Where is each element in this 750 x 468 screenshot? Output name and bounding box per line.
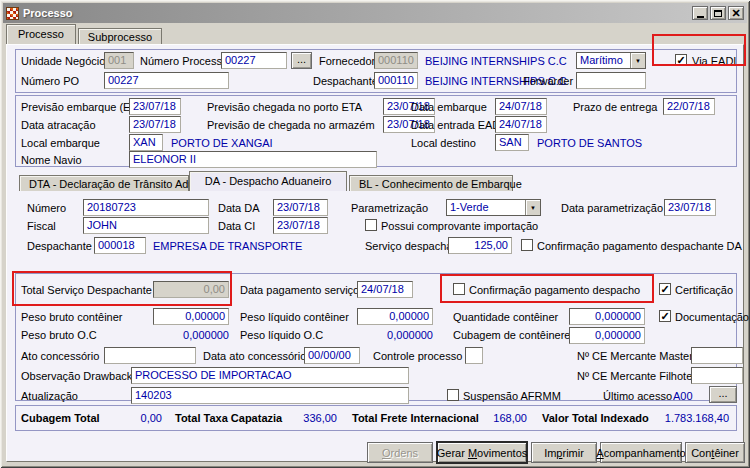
tab-dta[interactable]: DTA - Declaração de Trânsito Aduaneiro bbox=[19, 175, 189, 191]
via-eadi-checkbox[interactable]: ✓ bbox=[675, 54, 687, 66]
check-icon: ✓ bbox=[660, 311, 669, 321]
quantidade-conteiner-input[interactable]: 0,000000 bbox=[569, 308, 645, 325]
ordens-button[interactable]: Ordens bbox=[367, 442, 433, 463]
previsao-chegada-porto-label: Previsão chegada no porto ETA bbox=[207, 101, 362, 113]
data-embarque-input[interactable]: 24/07/18 bbox=[495, 98, 547, 115]
data-ci-input[interactable]: 23/07/18 bbox=[273, 217, 328, 234]
data-atracacao-input[interactable]: 23/07/18 bbox=[129, 116, 181, 133]
confirmacao-despacho-checkbox[interactable] bbox=[453, 283, 465, 295]
peso-liquido-conteiner-input[interactable]: 0,00000 bbox=[357, 308, 433, 325]
document-tab-strip: DTA - Declaração de Trânsito Aduaneiro D… bbox=[17, 171, 513, 191]
local-embarque-label: Local embarque bbox=[21, 137, 100, 149]
fiscal-label: Fiscal bbox=[27, 220, 56, 232]
close-button[interactable]: ✕ bbox=[728, 6, 744, 20]
obs-drawback-input[interactable]: PROCESSO DE IMPORTACAO bbox=[131, 367, 409, 384]
confirmacao-despachante-da-checkbox[interactable] bbox=[521, 239, 533, 251]
chevron-down-icon[interactable]: ▼ bbox=[525, 200, 540, 215]
check-icon: ✓ bbox=[660, 284, 669, 294]
peso-bruto-conteiner-label: Peso bruto contêiner bbox=[21, 311, 123, 323]
ce-master-input[interactable] bbox=[691, 347, 743, 364]
prazo-entrega-input[interactable]: 22/07/18 bbox=[663, 98, 715, 115]
via-eadi-label: Via EADI bbox=[692, 55, 736, 67]
numero-processo-browse-button[interactable]: ... bbox=[291, 52, 312, 69]
taxa-capatazia-value: 336,00 bbox=[277, 412, 337, 424]
minimize-button[interactable] bbox=[692, 6, 708, 20]
maximize-button[interactable] bbox=[710, 6, 726, 20]
modal-dropdown[interactable]: Marítimo▼ bbox=[576, 52, 646, 69]
data-entrada-eadi-input[interactable]: 24/07/18 bbox=[495, 116, 547, 133]
processo-tab-page: Unidade Negócio 001 Número Processo 0022… bbox=[6, 44, 744, 462]
ultimo-acesso-value: A00 bbox=[673, 390, 693, 402]
total-servico-label: Total Serviço Despachante bbox=[21, 284, 152, 296]
data-ato-input[interactable]: 00/00/00 bbox=[304, 347, 360, 364]
documentacao-label: Documentação bbox=[675, 311, 749, 323]
controle-processo-label: Controle processo bbox=[373, 350, 462, 362]
peso-liquido-oc-label: Peso líquido O.C bbox=[240, 329, 323, 341]
cubagem-conteineres-label: Cubagem de contêineres bbox=[453, 329, 576, 341]
acompanhamento-button-label: Acompanhamento bbox=[596, 447, 685, 459]
peso-bruto-oc-value: 0,000000 bbox=[153, 329, 229, 341]
data-parametrizacao-input[interactable]: 23/07/18 bbox=[664, 199, 716, 216]
cubagem-total-value: 0,00 bbox=[102, 412, 162, 424]
local-embarque-code-input[interactable]: XAN bbox=[129, 134, 163, 151]
possui-comprovante-checkbox[interactable] bbox=[365, 219, 377, 231]
data-parametrizacao-label: Data parametrização bbox=[561, 202, 663, 214]
tab-subprocesso[interactable]: Subprocesso bbox=[78, 28, 162, 44]
peso-bruto-oc-label: Peso bruto O.C bbox=[21, 329, 97, 341]
chevron-down-icon[interactable]: ▼ bbox=[630, 53, 645, 68]
acompanhamento-button[interactable]: Acompanhamento bbox=[600, 442, 682, 463]
certificacao-label: Certificação bbox=[675, 284, 733, 296]
da-despachante-input[interactable]: 000018 bbox=[94, 237, 146, 254]
fiscal-input[interactable]: JOHN bbox=[83, 217, 209, 234]
frete-internacional-label: Total Frete Internacional bbox=[352, 412, 479, 424]
conteiner-button[interactable]: Contêiner bbox=[685, 442, 745, 463]
numero-processo-input[interactable]: 00227 bbox=[221, 52, 287, 69]
controle-processo-input[interactable] bbox=[465, 347, 483, 364]
total-servico-input: 0,00 bbox=[153, 281, 229, 298]
local-embarque-name-text: PORTO DE XANGAI bbox=[171, 137, 273, 149]
quantidade-conteiner-label: Quantidade contêiner bbox=[453, 311, 558, 323]
tab-bl[interactable]: BL - Conhecimento de Embarque bbox=[349, 175, 513, 191]
unidade-negocio-label: Unidade Negócio bbox=[21, 55, 105, 67]
ce-filhote-input[interactable] bbox=[691, 367, 743, 384]
despachante-header-label: Despachante bbox=[313, 75, 378, 87]
fornecedor-name-text: BEIJING INTERNSHIPS C.C bbox=[425, 55, 567, 67]
ultimo-acesso-browse-button[interactable]: ... bbox=[709, 386, 737, 403]
tab-da[interactable]: DA - Despacho Aduaneiro bbox=[189, 171, 347, 191]
da-numero-input[interactable]: 20180723 bbox=[83, 199, 209, 216]
suspensao-afrmm-checkbox[interactable] bbox=[447, 389, 459, 401]
ato-concessorio-input[interactable] bbox=[104, 347, 196, 364]
certificacao-checkbox[interactable]: ✓ bbox=[659, 283, 671, 295]
fornecedor-input: 000110 bbox=[374, 52, 418, 69]
da-despachante-label: Despachante bbox=[27, 240, 92, 252]
nome-navio-input[interactable]: ELEONOR II bbox=[129, 151, 377, 168]
previsao-embarque-input[interactable]: 23/07/18 bbox=[129, 98, 181, 115]
data-pagamento-input[interactable]: 24/07/18 bbox=[357, 281, 413, 298]
confirmacao-despacho-label: Confirmação pagamento despacho bbox=[469, 284, 640, 296]
previsao-chegada-armazem-label: Previsão de chegada no armazém bbox=[207, 119, 375, 131]
unidade-negocio-input: 001 bbox=[104, 52, 134, 69]
documentacao-checkbox[interactable]: ✓ bbox=[659, 310, 671, 322]
data-atracacao-label: Data atracação bbox=[21, 119, 96, 131]
servico-despachante-input[interactable]: 125,00 bbox=[448, 237, 512, 254]
ultimo-acesso-label: Último acesso bbox=[603, 390, 672, 402]
despachante-header-input[interactable]: 000110 bbox=[374, 72, 418, 89]
imprimir-button[interactable]: Imprimir bbox=[531, 442, 597, 463]
da-despachante-name-text: EMPRESA DE TRANSPORTE bbox=[153, 240, 302, 252]
conteiner-button-label: Contêiner bbox=[691, 447, 739, 459]
numero-po-label: Número PO bbox=[21, 75, 79, 87]
numero-processo-label: Número Processo bbox=[140, 55, 228, 67]
atualizacao-input[interactable]: 140203 bbox=[131, 387, 409, 404]
forwarder-input[interactable] bbox=[576, 72, 646, 89]
suspensao-afrmm-label: Suspensão AFRMM bbox=[463, 390, 561, 402]
gerar-movimentos-button[interactable]: Gerar Movimentos bbox=[436, 441, 528, 464]
tab-processo[interactable]: Processo bbox=[6, 24, 76, 44]
data-da-input[interactable]: 23/07/18 bbox=[273, 199, 328, 216]
parametrizacao-dropdown[interactable]: 1-Verde▼ bbox=[446, 199, 541, 216]
local-destino-code-input[interactable]: SAN bbox=[495, 134, 529, 151]
cubagem-conteineres-input[interactable]: 0,000000 bbox=[569, 327, 645, 344]
ce-filhote-label: Nº CE Mercante Filhote bbox=[577, 370, 692, 382]
maximize-icon bbox=[714, 10, 722, 17]
peso-bruto-conteiner-input[interactable]: 0,00000 bbox=[153, 308, 229, 325]
numero-po-input[interactable]: 00227 bbox=[104, 72, 229, 89]
